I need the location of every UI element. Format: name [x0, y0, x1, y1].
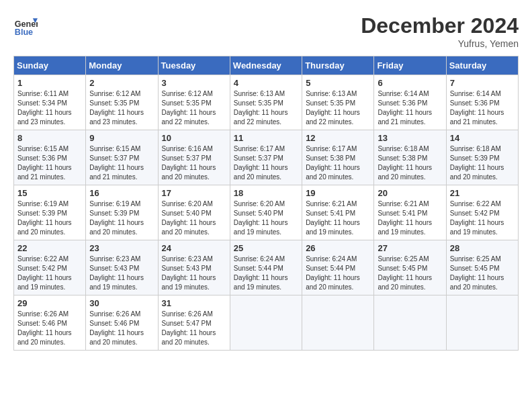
- day-number: 23: [89, 243, 154, 253]
- weekday-header-saturday: Saturday: [446, 56, 518, 75]
- day-number: 17: [162, 188, 226, 198]
- day-detail: Sunrise: 6:25 AMSunset: 5:45 PMDaylight:…: [378, 255, 442, 292]
- day-detail: Sunrise: 6:13 AMSunset: 5:35 PMDaylight:…: [234, 89, 298, 127]
- day-detail: Sunrise: 6:24 AMSunset: 5:44 PMDaylight:…: [306, 255, 370, 292]
- day-number: 28: [450, 243, 515, 253]
- calendar-day: 23Sunrise: 6:23 AMSunset: 5:43 PMDayligh…: [86, 240, 158, 295]
- day-number: 14: [450, 133, 515, 143]
- calendar-day: 29Sunrise: 6:26 AMSunset: 5:46 PMDayligh…: [14, 295, 86, 351]
- calendar-day: 12Sunrise: 6:17 AMSunset: 5:38 PMDayligh…: [302, 130, 374, 185]
- day-number: 7: [450, 78, 515, 88]
- day-detail: Sunrise: 6:18 AMSunset: 5:38 PMDaylight:…: [378, 144, 442, 182]
- day-number: 8: [17, 133, 82, 143]
- page-header: General Blue December 2024 Yufrus, Yemen: [13, 13, 519, 49]
- calendar-table: SundayMondayTuesdayWednesdayThursdayFrid…: [13, 56, 519, 351]
- day-number: 3: [162, 78, 226, 88]
- day-number: 25: [234, 243, 298, 253]
- day-number: 21: [450, 188, 515, 198]
- day-detail: Sunrise: 6:25 AMSunset: 5:45 PMDaylight:…: [450, 255, 515, 292]
- day-detail: Sunrise: 6:26 AMSunset: 5:46 PMDaylight:…: [89, 310, 154, 347]
- weekday-header-friday: Friday: [374, 56, 446, 75]
- day-detail: Sunrise: 6:22 AMSunset: 5:42 PMDaylight:…: [17, 255, 82, 292]
- day-detail: Sunrise: 6:22 AMSunset: 5:42 PMDaylight:…: [450, 199, 515, 237]
- calendar-week-row: 8Sunrise: 6:15 AMSunset: 5:36 PMDaylight…: [14, 130, 519, 185]
- day-detail: Sunrise: 6:13 AMSunset: 5:35 PMDaylight:…: [306, 89, 370, 127]
- day-detail: Sunrise: 6:17 AMSunset: 5:37 PMDaylight:…: [234, 144, 298, 182]
- day-detail: Sunrise: 6:21 AMSunset: 5:41 PMDaylight:…: [378, 199, 442, 237]
- day-detail: Sunrise: 6:17 AMSunset: 5:38 PMDaylight:…: [306, 144, 370, 182]
- day-detail: Sunrise: 6:24 AMSunset: 5:44 PMDaylight:…: [234, 255, 298, 292]
- day-number: 13: [378, 133, 442, 143]
- day-detail: Sunrise: 6:14 AMSunset: 5:36 PMDaylight:…: [378, 89, 442, 127]
- calendar-day: 22Sunrise: 6:22 AMSunset: 5:42 PMDayligh…: [14, 240, 86, 295]
- calendar-day: 21Sunrise: 6:22 AMSunset: 5:42 PMDayligh…: [446, 185, 518, 240]
- calendar-day: 11Sunrise: 6:17 AMSunset: 5:37 PMDayligh…: [230, 130, 302, 185]
- day-number: 4: [234, 78, 298, 88]
- day-number: 6: [378, 78, 442, 88]
- day-number: 24: [162, 243, 226, 253]
- day-detail: Sunrise: 6:23 AMSunset: 5:43 PMDaylight:…: [162, 255, 226, 292]
- calendar-day: 3Sunrise: 6:12 AMSunset: 5:35 PMDaylight…: [158, 75, 230, 130]
- svg-text:Blue: Blue: [15, 28, 33, 37]
- day-detail: Sunrise: 6:26 AMSunset: 5:47 PMDaylight:…: [162, 310, 226, 347]
- weekday-header-row: SundayMondayTuesdayWednesdayThursdayFrid…: [14, 56, 519, 75]
- calendar-day: 8Sunrise: 6:15 AMSunset: 5:36 PMDaylight…: [14, 130, 86, 185]
- title-block: December 2024 Yufrus, Yemen: [361, 13, 519, 49]
- calendar-day: 17Sunrise: 6:20 AMSunset: 5:40 PMDayligh…: [158, 185, 230, 240]
- month-year-title: December 2024: [361, 13, 519, 38]
- day-detail: Sunrise: 6:18 AMSunset: 5:39 PMDaylight:…: [450, 144, 515, 182]
- day-number: 27: [378, 243, 442, 253]
- calendar-day: 5Sunrise: 6:13 AMSunset: 5:35 PMDaylight…: [302, 75, 374, 130]
- calendar-day: 4Sunrise: 6:13 AMSunset: 5:35 PMDaylight…: [230, 75, 302, 130]
- day-number: 15: [17, 188, 82, 198]
- day-number: 11: [234, 133, 298, 143]
- calendar-day: 13Sunrise: 6:18 AMSunset: 5:38 PMDayligh…: [374, 130, 446, 185]
- calendar-day: 1Sunrise: 6:11 AMSunset: 5:34 PMDaylight…: [14, 75, 86, 130]
- day-detail: Sunrise: 6:20 AMSunset: 5:40 PMDaylight:…: [234, 199, 298, 237]
- day-number: 2: [89, 78, 154, 88]
- day-detail: Sunrise: 6:15 AMSunset: 5:37 PMDaylight:…: [89, 144, 154, 182]
- calendar-week-row: 1Sunrise: 6:11 AMSunset: 5:34 PMDaylight…: [14, 75, 519, 130]
- calendar-day: [230, 295, 302, 351]
- day-number: 16: [89, 188, 154, 198]
- weekday-header-tuesday: Tuesday: [158, 56, 230, 75]
- calendar-day: 15Sunrise: 6:19 AMSunset: 5:39 PMDayligh…: [14, 185, 86, 240]
- weekday-header-wednesday: Wednesday: [230, 56, 302, 75]
- calendar-day: 20Sunrise: 6:21 AMSunset: 5:41 PMDayligh…: [374, 185, 446, 240]
- calendar-day: 19Sunrise: 6:21 AMSunset: 5:41 PMDayligh…: [302, 185, 374, 240]
- day-number: 31: [162, 298, 226, 308]
- calendar-day: [446, 295, 518, 351]
- calendar-week-row: 15Sunrise: 6:19 AMSunset: 5:39 PMDayligh…: [14, 185, 519, 240]
- calendar-day: 31Sunrise: 6:26 AMSunset: 5:47 PMDayligh…: [158, 295, 230, 351]
- calendar-day: [302, 295, 374, 351]
- day-detail: Sunrise: 6:21 AMSunset: 5:41 PMDaylight:…: [306, 199, 370, 237]
- day-detail: Sunrise: 6:12 AMSunset: 5:35 PMDaylight:…: [162, 89, 226, 127]
- day-number: 18: [234, 188, 298, 198]
- weekday-header-monday: Monday: [86, 56, 158, 75]
- weekday-header-sunday: Sunday: [14, 56, 86, 75]
- logo-icon: General Blue: [13, 13, 38, 38]
- day-detail: Sunrise: 6:26 AMSunset: 5:46 PMDaylight:…: [17, 310, 82, 347]
- day-detail: Sunrise: 6:20 AMSunset: 5:40 PMDaylight:…: [162, 199, 226, 237]
- calendar-day: 16Sunrise: 6:19 AMSunset: 5:39 PMDayligh…: [86, 185, 158, 240]
- calendar-day: 30Sunrise: 6:26 AMSunset: 5:46 PMDayligh…: [86, 295, 158, 351]
- calendar-week-row: 22Sunrise: 6:22 AMSunset: 5:42 PMDayligh…: [14, 240, 519, 295]
- calendar-day: 26Sunrise: 6:24 AMSunset: 5:44 PMDayligh…: [302, 240, 374, 295]
- day-number: 19: [306, 188, 370, 198]
- day-detail: Sunrise: 6:11 AMSunset: 5:34 PMDaylight:…: [17, 89, 82, 127]
- day-detail: Sunrise: 6:16 AMSunset: 5:37 PMDaylight:…: [162, 144, 226, 182]
- calendar-day: 7Sunrise: 6:14 AMSunset: 5:36 PMDaylight…: [446, 75, 518, 130]
- calendar-day: 24Sunrise: 6:23 AMSunset: 5:43 PMDayligh…: [158, 240, 230, 295]
- day-number: 1: [17, 78, 82, 88]
- day-number: 29: [17, 298, 82, 308]
- location-subtitle: Yufrus, Yemen: [361, 38, 519, 49]
- logo: General Blue: [13, 13, 38, 38]
- calendar-day: 10Sunrise: 6:16 AMSunset: 5:37 PMDayligh…: [158, 130, 230, 185]
- day-detail: Sunrise: 6:14 AMSunset: 5:36 PMDaylight:…: [450, 89, 515, 127]
- calendar-day: 28Sunrise: 6:25 AMSunset: 5:45 PMDayligh…: [446, 240, 518, 295]
- day-detail: Sunrise: 6:19 AMSunset: 5:39 PMDaylight:…: [89, 199, 154, 237]
- calendar-day: 14Sunrise: 6:18 AMSunset: 5:39 PMDayligh…: [446, 130, 518, 185]
- calendar-day: [374, 295, 446, 351]
- day-number: 9: [89, 133, 154, 143]
- calendar-day: 18Sunrise: 6:20 AMSunset: 5:40 PMDayligh…: [230, 185, 302, 240]
